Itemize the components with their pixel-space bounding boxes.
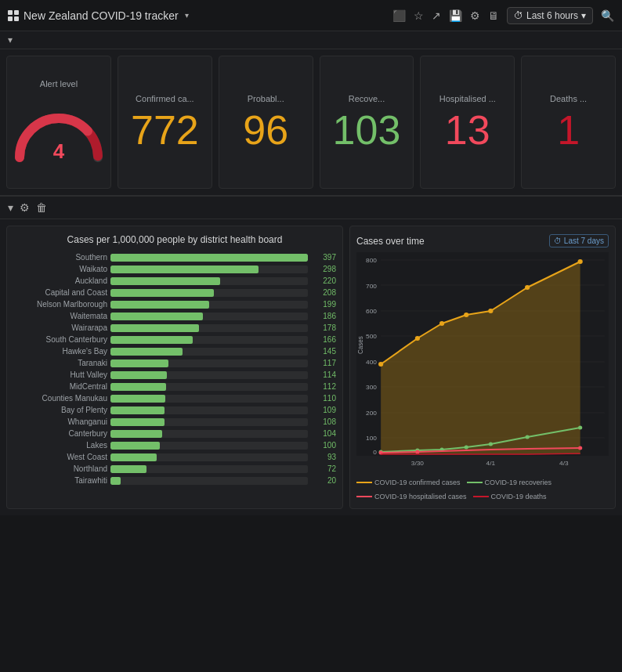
gauge-container: 4 xyxy=(12,103,106,157)
bar-track xyxy=(110,289,308,297)
bar-value: 93 xyxy=(311,453,336,461)
bar-track xyxy=(110,301,308,309)
bar-label: Northland xyxy=(13,464,107,473)
bar-fill xyxy=(110,371,167,379)
bar-fill xyxy=(110,254,308,262)
bar-value: 208 xyxy=(311,288,336,297)
bar-value: 104 xyxy=(311,429,336,438)
time-range-label: Last 6 hours xyxy=(526,10,578,21)
bar-fill xyxy=(110,336,193,344)
svg-point-29 xyxy=(578,259,583,264)
svg-point-36 xyxy=(578,426,582,430)
bar-value: 178 xyxy=(311,323,336,332)
app-title: New Zealand COVID-19 tracker xyxy=(24,9,179,22)
bar-value: 145 xyxy=(311,347,336,356)
line-chart-svg: 800 700 600 500 400 300 200 100 0 Cases … xyxy=(356,252,609,471)
svg-point-27 xyxy=(488,309,493,313)
alert-level-value: 4 xyxy=(12,139,106,164)
bar-fill xyxy=(110,430,162,438)
bar-row: Whanganui 108 xyxy=(13,417,336,426)
bar-label: Canterbury xyxy=(13,429,107,438)
bar-row: Waitemata 186 xyxy=(13,312,336,320)
bar-value: 220 xyxy=(311,276,336,285)
bar-track xyxy=(110,418,308,426)
bar-fill xyxy=(110,465,146,473)
nav-icons-group: ⬛ ☆ ↗ 💾 ⚙ 🖥 ⏱ Last 6 hours ▾ 🔍 xyxy=(392,7,614,24)
collapse-row: ▾ xyxy=(0,31,622,49)
bar-label: Southern xyxy=(13,253,107,262)
section-chevron-icon[interactable]: ▾ xyxy=(8,201,13,214)
legend-deaths-label: COVID-19 deaths xyxy=(491,493,547,500)
svg-text:200: 200 xyxy=(366,410,377,417)
svg-text:500: 500 xyxy=(366,333,377,340)
probable-label: Probabl... xyxy=(248,94,284,103)
bar-label: MidCentral xyxy=(13,382,107,391)
bar-label: South Canterbury xyxy=(13,335,107,344)
line-chart-title: Cases over time xyxy=(356,236,425,247)
svg-text:800: 800 xyxy=(366,257,377,264)
time-range-picker[interactable]: ⏱ Last 6 hours ▾ xyxy=(507,7,593,24)
bar-track xyxy=(110,406,308,414)
bar-track xyxy=(110,348,308,356)
bar-chart-panel: Cases per 1,000,000 people by district h… xyxy=(6,226,343,509)
bar-fill xyxy=(110,348,183,356)
search-icon[interactable]: 🔍 xyxy=(601,9,614,22)
bar-label: Tairawhiti xyxy=(13,476,107,485)
svg-point-35 xyxy=(526,435,530,439)
bar-fill xyxy=(110,442,160,450)
line-chart-area: 800 700 600 500 400 300 200 100 0 Cases … xyxy=(356,252,609,474)
bar-track xyxy=(110,442,308,450)
svg-point-25 xyxy=(439,321,444,326)
collapse-button[interactable]: ▾ xyxy=(8,34,13,45)
bar-row: West Coast 93 xyxy=(13,453,336,461)
probable-value: 96 xyxy=(243,110,288,150)
bar-label: Nelson Marlborough xyxy=(13,300,107,309)
line-chart-time-range: Last 7 days xyxy=(564,237,604,245)
svg-point-24 xyxy=(415,336,420,341)
bar-chart-title: Cases per 1,000,000 people by district h… xyxy=(13,234,336,245)
bar-value: 298 xyxy=(311,265,336,273)
legend-deaths: COVID-19 deaths xyxy=(473,493,547,500)
bar-label: Bay of Plenty xyxy=(13,406,107,414)
line-chart-time-badge[interactable]: ⏱ Last 7 days xyxy=(549,234,609,247)
bar-track xyxy=(110,359,308,367)
bar-label: Hawke's Bay xyxy=(13,347,107,356)
bar-row: Lakes 100 xyxy=(13,441,336,450)
time-range-chevron: ▾ xyxy=(581,10,586,21)
bar-track xyxy=(110,313,308,320)
bar-track xyxy=(110,465,308,473)
star-icon[interactable]: ☆ xyxy=(414,9,424,22)
share-icon[interactable]: ↗ xyxy=(432,9,441,22)
svg-text:0: 0 xyxy=(373,449,377,456)
bar-chart-icon[interactable]: ⬛ xyxy=(392,9,406,22)
section-settings-icon[interactable]: ⚙ xyxy=(20,201,30,214)
bar-track xyxy=(110,324,308,332)
svg-text:100: 100 xyxy=(366,435,377,442)
bar-fill xyxy=(110,477,121,485)
bar-label: Hutt Valley xyxy=(13,370,107,379)
svg-text:4/1: 4/1 xyxy=(486,460,496,467)
legend-hospitalised: COVID-19 hospitalised cases xyxy=(356,493,467,500)
bar-row: Northland 72 xyxy=(13,464,336,473)
monitor-icon[interactable]: 🖥 xyxy=(488,9,499,22)
bar-value: 199 xyxy=(311,300,336,309)
download-icon[interactable]: 💾 xyxy=(449,9,462,22)
section-header: ▾ ⚙ 🗑 xyxy=(0,197,622,219)
bar-row: Counties Manukau 110 xyxy=(13,394,336,403)
bar-value: 108 xyxy=(311,417,336,426)
bar-row: MidCentral 112 xyxy=(13,382,336,391)
section-trash-icon[interactable]: 🗑 xyxy=(36,201,47,214)
bar-track xyxy=(110,430,308,438)
deaths-label: Deaths ... xyxy=(550,94,587,103)
bar-track xyxy=(110,383,308,391)
svg-text:3/30: 3/30 xyxy=(411,460,425,467)
bar-value: 112 xyxy=(311,382,336,391)
settings-icon[interactable]: ⚙ xyxy=(470,9,480,22)
line-chart-panel: Cases over time ⏱ Last 7 days 800 xyxy=(349,226,616,509)
title-dropdown-icon[interactable]: ▾ xyxy=(185,11,189,20)
svg-point-23 xyxy=(378,362,383,367)
svg-text:4/3: 4/3 xyxy=(559,460,569,467)
app-title-group: New Zealand COVID-19 tracker ▾ xyxy=(8,9,386,22)
svg-point-38 xyxy=(415,450,419,454)
legend-confirmed-label: COVID-19 confirmed cases xyxy=(374,479,461,486)
